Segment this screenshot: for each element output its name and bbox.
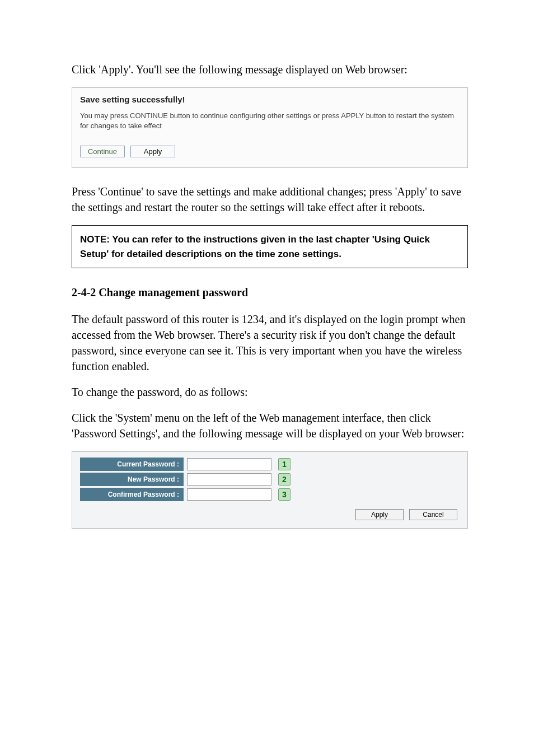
form-row-confirmed-password: Confirmed Password : 3 xyxy=(80,488,460,501)
label-confirmed-password: Confirmed Password : xyxy=(80,488,184,501)
current-password-input[interactable] xyxy=(187,458,271,470)
section-para-1: The default password of this router is 1… xyxy=(72,311,468,374)
form-row-current-password: Current Password : 1 xyxy=(80,458,460,471)
section-para-3: Click the 'System' menu on the left of t… xyxy=(72,410,468,441)
badge-1: 1 xyxy=(278,458,291,470)
post-panel-text: Press 'Continue' to save the settings an… xyxy=(72,184,468,215)
section-heading: 2-4-2 Change management password xyxy=(72,286,468,299)
password-form-panel: Current Password : 1 New Password : 2 Co… xyxy=(72,451,468,529)
form-row-new-password: New Password : 2 xyxy=(80,473,460,486)
form-cancel-button[interactable]: Cancel xyxy=(409,509,457,520)
badge-3: 3 xyxy=(278,488,291,501)
panel-description: You may press CONTINUE button to continu… xyxy=(80,111,460,131)
badge-2: 2 xyxy=(278,473,291,486)
panel-button-row: Continue Apply xyxy=(80,146,460,157)
apply-button[interactable]: Apply xyxy=(130,146,175,157)
new-password-input[interactable] xyxy=(187,473,271,486)
section-para-2: To change the password, do as follows: xyxy=(72,384,468,400)
field-confirmed-password: 3 xyxy=(184,488,460,501)
form-button-row: Apply Cancel xyxy=(80,509,460,520)
label-new-password: New Password : xyxy=(80,473,184,486)
save-success-panel: Save setting successfully! You may press… xyxy=(72,87,468,168)
field-current-password: 1 xyxy=(184,458,460,471)
note-box: NOTE: You can refer to the instructions … xyxy=(72,225,468,268)
confirmed-password-input[interactable] xyxy=(187,488,271,501)
form-apply-button[interactable]: Apply xyxy=(355,509,404,520)
label-current-password: Current Password : xyxy=(80,458,184,471)
field-new-password: 2 xyxy=(184,473,460,486)
continue-button[interactable]: Continue xyxy=(80,146,125,157)
intro-text: Click 'Apply'. You'll see the following … xyxy=(72,62,468,77)
panel-heading: Save setting successfully! xyxy=(80,95,460,104)
